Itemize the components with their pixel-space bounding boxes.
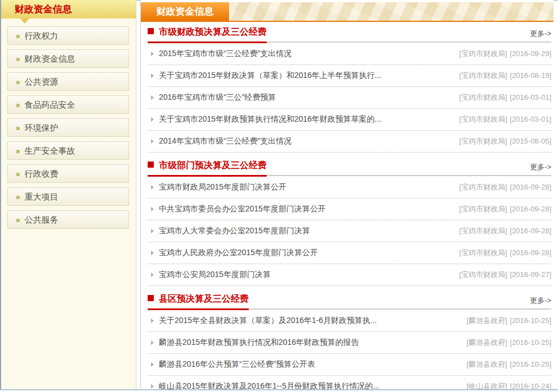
list-item: 2015年宝鸡市市级“三公经费”支出情况 [宝鸡市财政局][2016-09-29… [148, 43, 551, 65]
more-link[interactable]: 更多-> [530, 29, 551, 39]
double-chevron-right-icon: » [16, 100, 20, 109]
list-item: 麟游县2016年公共预算“三公经费”预算公开表 [麟游县政府][2016-10-… [148, 354, 551, 376]
tab-financial-fund-info[interactable]: 财政资金信息 [141, 2, 229, 21]
more-link[interactable]: 更多-> [530, 162, 551, 172]
sidebar-item-label: 重大项目 [25, 192, 58, 201]
sidebar-item-label: 行政权力 [25, 31, 58, 40]
article-meta: [宝鸡市财政局][2016-03-01] [454, 114, 551, 124]
article-link[interactable]: 2015年宝鸡市市级“三公经费”支出情况 [159, 49, 291, 59]
article-link[interactable]: 麟游县2016年公共预算“三公经费”预算公开表 [159, 359, 315, 370]
sidebar: 财政资金信息 »行政权力 »财政资金信息 »公共资源 »食品药品安全 »环境保护… [1, 0, 136, 389]
article-date: [2015-08-05] [510, 137, 551, 145]
double-chevron-right-icon: » [16, 54, 20, 63]
article-source: [麟游县政府] [466, 316, 507, 325]
sidebar-item-7[interactable]: »重大项目 [7, 187, 129, 206]
header-texture [229, 2, 554, 21]
list-item: 关于宝鸡市2015年财政决算（草案）和2016年上半年预算执行... [宝鸡市财… [148, 65, 551, 87]
main-header: 财政资金信息 [141, 2, 554, 22]
main-content: 财政资金信息 市级财政预决算及三公经费 更多-> 2015年宝鸡市市级“三公经费… [140, 0, 554, 389]
article-date: [2016-10-25] [510, 360, 551, 368]
article-date: [2016-03-01] [510, 115, 551, 123]
list-item: 麟游县2015年财政预算执行情况和2016年财政预算的报告 [麟游县政府][20… [148, 332, 551, 354]
article-source: [宝鸡市财政局] [459, 248, 507, 257]
list-item: 2016年宝鸡市市级“三公”经费预算 [宝鸡市财政局][2016-03-01] [148, 87, 551, 109]
article-link[interactable]: 关于宝鸡市2015年财政决算（草案）和2016年上半年预算执行... [159, 71, 381, 81]
list-item: 2014年宝鸡市市级“三公经费”支出情况 [宝鸡市财政局][2015-08-05… [148, 131, 551, 153]
sidebar-item-4[interactable]: »环境保护 [7, 118, 129, 137]
article-link[interactable]: 宝鸡市财政局2015年度部门决算公开 [159, 182, 286, 192]
article-source: [宝鸡市财政局] [459, 137, 507, 145]
triangle-right-icon [151, 251, 154, 255]
triangle-right-icon [151, 229, 154, 233]
article-link[interactable]: 宝鸡市人大常委会办公室2015年度部门决算 [159, 226, 310, 236]
article-date: [2016-09-28] [510, 183, 551, 191]
section-title-wrap: 市级财政预决算及三公经费 [148, 26, 267, 38]
triangle-right-icon [151, 73, 154, 78]
triangle-right-icon [151, 340, 154, 345]
sidebar-item-5[interactable]: »生产安全事故 [7, 141, 129, 160]
sidebar-item-label: 食品药品安全 [25, 100, 75, 109]
sidebar-item-6[interactable]: »行政收费 [7, 164, 129, 183]
section-rule [148, 308, 551, 310]
sections: 市级财政预决算及三公经费 更多-> 2015年宝鸡市市级“三公经费”支出情况 [… [141, 22, 554, 392]
double-chevron-right-icon: » [16, 123, 20, 132]
section: 县区预决算及三公经费 更多-> 关于2015年全县财政决算（草案）及2016年1… [148, 293, 551, 392]
sidebar-item-3[interactable]: »食品药品安全 [7, 95, 129, 114]
article-link[interactable]: 麟游县2015年财政预算执行情况和2016年财政预算的报告 [159, 338, 359, 348]
list-item: 关于2015年全县财政决算（草案）及2016年1-6月财政预算执... [麟游县… [148, 310, 551, 332]
sidebar-item-0[interactable]: »行政权力 [7, 26, 129, 45]
section-rule [148, 41, 551, 43]
section-rows: 关于2015年全县财政决算（草案）及2016年1-6月财政预算执... [麟游县… [148, 310, 551, 392]
section-rule-red [148, 308, 249, 310]
section-rows: 2015年宝鸡市市级“三公经费”支出情况 [宝鸡市财政局][2016-09-29… [148, 43, 551, 153]
section-title-wrap: 市级部门预决算及三公经费 [148, 160, 267, 171]
section-title-wrap: 县区预决算及三公经费 [148, 293, 249, 305]
sidebar-header-pointer-icon [20, 19, 29, 24]
article-date: [2016-09-29] [510, 49, 551, 58]
sidebar-item-8[interactable]: »公共服务 [7, 210, 129, 229]
sidebar-item-2[interactable]: »公共资源 [7, 72, 129, 91]
article-date: [2016-09-27] [510, 270, 551, 279]
section-header: 县区预决算及三公经费 更多-> [148, 293, 551, 306]
sidebar-item-1[interactable]: »财政资金信息 [7, 49, 129, 68]
article-meta: [宝鸡市财政局][2016-09-28] [454, 182, 551, 192]
article-link[interactable]: 宝鸡市公安局2015年度部门决算 [159, 270, 271, 280]
article-source: [宝鸡市财政局] [459, 183, 507, 191]
article-source: [宝鸡市财政局] [459, 227, 507, 235]
article-date: [2016-03-01] [510, 93, 551, 102]
double-chevron-right-icon: » [16, 215, 20, 224]
article-link[interactable]: 宝鸡市人民政府办公室2015年度部门决算公开 [159, 248, 318, 258]
triangle-right-icon [151, 207, 154, 211]
article-source: [宝鸡市财政局] [459, 49, 507, 58]
article-link[interactable]: 中共宝鸡市委员会办公室2015年度部门决算公开 [159, 204, 326, 214]
page-left-edge [0, 0, 1, 389]
article-link[interactable]: 关于2015年全县财政决算（草案）及2016年1-6月财政预算执... [159, 316, 377, 326]
article-source: [宝鸡市财政局] [459, 71, 507, 80]
article-meta: [宝鸡市财政局][2016-09-27] [454, 270, 551, 280]
article-link[interactable]: 2014年宝鸡市市级“三公经费”支出情况 [159, 136, 291, 146]
article-link[interactable]: 2016年宝鸡市市级“三公”经费预算 [159, 93, 276, 103]
article-meta: [宝鸡市财政局][2016-09-28] [454, 226, 551, 236]
sidebar-item-label: 公共服务 [25, 215, 58, 224]
triangle-right-icon [151, 273, 154, 277]
section-title: 市级财政预决算及三公经费 [159, 27, 267, 36]
article-meta: [麟游县政府][2016-10-25] [461, 359, 551, 370]
double-chevron-right-icon: » [16, 77, 20, 86]
article-source: [宝鸡市财政局] [459, 270, 507, 279]
triangle-right-icon [151, 384, 154, 389]
triangle-right-icon [151, 52, 154, 56]
article-date: [2016-08-19] [510, 71, 551, 80]
more-link[interactable]: 更多-> [530, 296, 551, 306]
article-date: [2016-09-28] [510, 205, 551, 213]
red-square-bullet-icon [148, 28, 154, 34]
article-meta: [宝鸡市财政局][2016-09-28] [454, 204, 551, 214]
sidebar-item-label: 环境保护 [25, 123, 58, 132]
section: 市级财政预决算及三公经费 更多-> 2015年宝鸡市市级“三公经费”支出情况 [… [148, 26, 551, 153]
section-rule-red [148, 175, 267, 177]
article-link[interactable]: 关于宝鸡市2015年财政预算执行情况和2016年财政预算草案的... [159, 114, 381, 124]
red-square-bullet-icon [148, 162, 154, 168]
section: 市级部门预决算及三公经费 更多-> 宝鸡市财政局2015年度部门决算公开 [宝鸡… [148, 160, 551, 286]
list-item: 宝鸡市财政局2015年度部门决算公开 [宝鸡市财政局][2016-09-28] [148, 177, 551, 199]
sidebar-menu: »行政权力 »财政资金信息 »公共资源 »食品药品安全 »环境保护 »生产安全事… [1, 19, 136, 229]
article-meta: [宝鸡市财政局][2015-08-05] [454, 136, 551, 146]
